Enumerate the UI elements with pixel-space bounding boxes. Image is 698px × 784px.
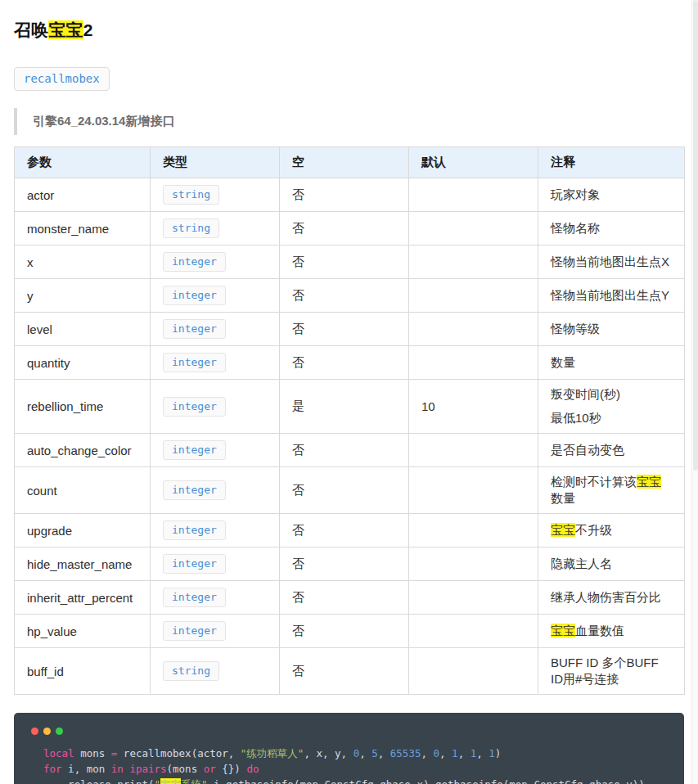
comment-line: BUFF ID 多个BUFF ID用#号连接 [551, 655, 672, 687]
text-segment: for [43, 763, 62, 775]
column-header: 类型 [151, 147, 280, 178]
text-segment: recallmobex(actor, [117, 747, 241, 759]
text-segment: 怪物当前地图出生点Y [551, 288, 669, 302]
nullable-cell: 否 [280, 615, 409, 648]
page-scrollbar-thumb[interactable] [693, 0, 698, 471]
column-header: 默认 [409, 147, 538, 178]
comment-line: 数量 [551, 354, 672, 371]
text-segment: " [154, 778, 160, 784]
param-type-cell: integer [151, 380, 280, 434]
comment-line: 继承人物伤害百分比 [551, 589, 672, 606]
nullable-cell: 是 [280, 380, 409, 434]
param-type-cell: integer [151, 581, 280, 615]
default-value-cell [409, 467, 538, 514]
table-row: inherit_attr_percentinteger否继承人物伤害百分比 [15, 581, 685, 615]
param-name-cell: monster_name [15, 212, 151, 246]
param-name-cell: y [15, 279, 151, 313]
table-row: buff_idstring否BUFF ID 多个BUFF ID用#号连接 [15, 648, 685, 695]
param-name-cell: actor [15, 178, 151, 212]
text-segment: ) [495, 747, 502, 759]
nullable-cell: 否 [280, 434, 409, 467]
param-type-cell: integer [151, 246, 280, 279]
param-type-cell: integer [151, 279, 280, 313]
window-dot-green-icon [56, 728, 63, 735]
text-segment: 系统" [181, 778, 208, 784]
param-type-cell: integer [151, 615, 280, 648]
text-segment: BUFF ID 多个BUFF ID用#号连接 [551, 656, 659, 686]
param-type-cell: integer [151, 313, 280, 346]
default-value-cell [409, 212, 538, 246]
nullable-cell: 否 [280, 178, 409, 212]
text-segment: or [204, 763, 216, 775]
type-badge: integer [163, 554, 226, 574]
param-name-cell: count [15, 467, 151, 514]
text-segment: release_print( [43, 778, 154, 784]
nullable-cell: 否 [280, 547, 409, 581]
param-name-cell: x [15, 246, 151, 279]
comment-line: 怪物名称 [551, 220, 672, 237]
text-segment: (mons [167, 763, 204, 775]
comment-cell: 宝宝不升级 [538, 514, 685, 547]
code-example: local mons = recallmobex(actor, "练功稻草人",… [29, 744, 669, 784]
engine-version-note-text: 引擎64_24.03.14新增接口 [33, 114, 174, 128]
default-value-cell [409, 313, 538, 346]
comment-cell: 是否自动变色 [538, 434, 685, 467]
text-segment: ,i,getbaseinfo(mon,ConstCfg.gbase.x),get… [208, 778, 645, 784]
nullable-cell: 否 [280, 246, 409, 279]
type-badge: integer [163, 520, 226, 540]
type-badge: integer [163, 319, 226, 339]
text-segment: in [111, 763, 124, 775]
param-name-cell: inherit_attr_percent [15, 581, 151, 615]
text-segment: 血量数值 [575, 624, 624, 638]
code-line: release_print("宝宝系统",i,getbaseinfo(mon,C… [43, 777, 669, 784]
nullable-cell: 否 [280, 467, 409, 514]
text-segment: 5 [372, 747, 378, 759]
table-row: hp_valueinteger否宝宝血量数值 [15, 615, 685, 648]
table-row: levelinteger否怪物等级 [15, 313, 685, 346]
comment-cell: BUFF ID 多个BUFF ID用#号连接 [538, 648, 685, 695]
text-segment: 召唤 [14, 20, 48, 39]
table-row: monster_namestring否怪物名称 [15, 212, 685, 246]
text-segment: mons [74, 747, 111, 759]
text-segment: ipairs [129, 763, 166, 775]
parameters-table: 参数类型空默认注释 actorstring否玩家对象monster_namest… [14, 146, 685, 695]
comment-cell: 怪物当前地图出生点Y [538, 279, 685, 313]
param-name-cell: buff_id [15, 648, 151, 695]
text-segment: 65535 [390, 747, 421, 759]
default-value-cell [409, 581, 538, 615]
type-badge: integer [163, 440, 226, 460]
comment-cell: 隐藏主人名 [538, 547, 685, 581]
param-name-cell: upgrade [15, 514, 151, 547]
window-dot-yellow-icon [43, 728, 51, 735]
comment-cell: 宝宝血量数值 [538, 615, 685, 648]
highlighted-text: 宝宝 [551, 624, 575, 638]
text-segment: do [246, 763, 259, 775]
nullable-cell: 否 [280, 313, 409, 346]
type-badge: integer [163, 353, 226, 372]
text-segment: 隐藏主人名 [551, 556, 612, 570]
text-segment: 怪物当前地图出生点X [551, 255, 669, 268]
default-value-cell [409, 514, 538, 547]
comment-line: 宝宝不升级 [551, 522, 672, 538]
page-scrollbar[interactable] [691, 0, 698, 784]
comment-line: 是否自动变色 [551, 442, 672, 458]
default-value-cell [409, 178, 538, 212]
highlighted-text: 宝宝 [160, 778, 181, 784]
default-value-cell [409, 615, 538, 648]
comment-line: 怪物当前地图出生点Y [551, 287, 672, 304]
param-name-cell: level [15, 313, 151, 346]
param-name-cell: quantity [15, 346, 151, 380]
param-name-cell: rebellion_time [15, 380, 151, 434]
text-segment: , [476, 747, 489, 759]
text-segment: 检测时不计算该 [551, 475, 637, 489]
text-segment: 1 [489, 747, 495, 759]
code-example-block: local mons = recallmobex(actor, "练功稻草人",… [14, 713, 684, 784]
highlighted-text: 宝宝 [637, 475, 661, 489]
table-row: auto_change_colorinteger否是否自动变色 [15, 434, 685, 467]
nullable-cell: 否 [280, 581, 409, 615]
type-badge: integer [163, 621, 226, 641]
param-type-cell: string [151, 178, 280, 212]
nullable-cell: 否 [280, 514, 409, 547]
highlighted-text: 宝宝 [48, 20, 83, 39]
type-badge: string [163, 185, 219, 205]
